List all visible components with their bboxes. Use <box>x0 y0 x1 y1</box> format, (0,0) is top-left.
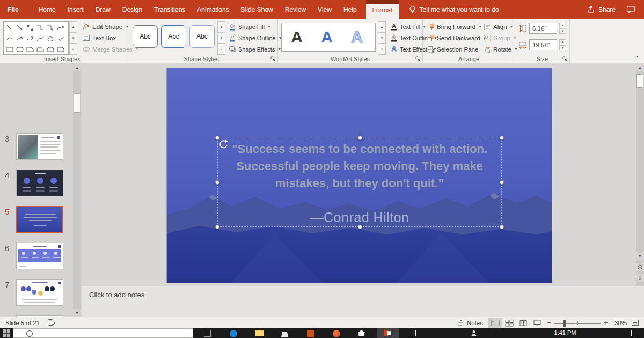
shape-snip-round-icon[interactable] <box>35 44 45 55</box>
tray-people-icon[interactable] <box>471 330 477 336</box>
shape-scribble-icon[interactable] <box>55 33 65 44</box>
tab-help[interactable]: Help <box>338 0 363 19</box>
wordart-preview-2[interactable]: A <box>312 23 342 51</box>
shape-freeform-icon[interactable] <box>45 33 55 44</box>
tab-view[interactable]: View <box>312 0 338 19</box>
resize-handle-top-left[interactable] <box>215 136 219 140</box>
shape-outline-button[interactable]: Shape Outline▼ <box>227 33 284 43</box>
spin-up-icon[interactable]: ▲ <box>559 39 566 45</box>
resize-handle-bottom-left[interactable] <box>215 225 219 229</box>
group-button[interactable]: Group▼ <box>482 33 518 43</box>
shape-height-spinner[interactable]: ▲▼ <box>559 23 566 34</box>
shape-double-arrow-icon[interactable] <box>25 23 35 33</box>
taskbar-clock[interactable]: 1:41 PM <box>550 329 580 336</box>
file-explorer-icon[interactable] <box>255 330 264 336</box>
shape-rounded-rectangle-icon[interactable] <box>14 44 25 55</box>
shape-style-preview-3[interactable]: Abc <box>189 25 215 48</box>
resize-handle-middle-right[interactable] <box>500 180 504 185</box>
shapes-gallery[interactable] <box>3 21 69 55</box>
shape-effects-button[interactable]: Shape Effects▼ <box>227 44 283 54</box>
scroll-up-icon[interactable]: ▲ <box>636 63 644 71</box>
shape-style-preview-1[interactable]: Abc <box>133 25 158 48</box>
thumbnail-scrollbar[interactable]: ▲ ▼ <box>73 63 81 317</box>
shape-snip-both-icon[interactable] <box>45 44 55 55</box>
scroll-up-icon[interactable]: ▲ <box>73 63 81 71</box>
action-center-icon[interactable] <box>631 330 638 336</box>
gallery-up-icon[interactable]: ▲ <box>69 21 77 33</box>
gallery-up-icon[interactable]: ▲ <box>217 21 225 33</box>
shape-curved-arrow-icon[interactable] <box>55 23 65 33</box>
resize-handle-bottom-center[interactable] <box>358 225 362 229</box>
tab-format-active[interactable]: Format <box>366 0 399 19</box>
tab-slide-show[interactable]: Slide Show <box>235 0 279 19</box>
bring-forward-button[interactable]: Bring Forward▼ <box>426 21 484 32</box>
gallery-more-icon[interactable]: ⊽ <box>69 43 77 55</box>
store-bag-icon[interactable] <box>281 330 288 337</box>
shape-style-preview-2[interactable]: Abc <box>161 25 186 48</box>
collapse-ribbon-icon[interactable]: ⌃ <box>635 55 640 61</box>
tab-home[interactable]: Home <box>33 0 62 19</box>
wordart-preview-1[interactable]: A <box>282 23 312 51</box>
shape-arrow-icon[interactable] <box>14 23 25 33</box>
notes-pane[interactable]: Click to add notes <box>82 286 644 317</box>
gallery-down-icon[interactable]: ▼ <box>378 33 386 44</box>
shape-snip-corner-icon[interactable] <box>25 44 35 55</box>
shape-round-corner-icon[interactable] <box>55 44 65 55</box>
spin-down-icon[interactable]: ▼ <box>559 45 566 51</box>
start-button-icon[interactable] <box>3 329 10 337</box>
zoom-in-button[interactable]: + <box>601 319 611 327</box>
slide-4-thumbnail[interactable] <box>16 170 63 196</box>
edit-shape-button[interactable]: Edit Shape▼ <box>80 21 130 32</box>
notes-placeholder[interactable]: Click to add notes <box>89 291 144 299</box>
gallery-more-icon[interactable]: ⊽ <box>217 43 225 55</box>
gallery-down-icon[interactable]: ▼ <box>217 33 225 44</box>
spin-up-icon[interactable]: ▲ <box>559 23 566 28</box>
previous-slide-icon[interactable] <box>636 263 644 271</box>
slide-7-thumbnail[interactable] <box>16 279 63 306</box>
scroll-down-icon[interactable]: ▼ <box>636 252 644 260</box>
next-slide-icon[interactable] <box>636 274 644 282</box>
resize-handle-middle-left[interactable] <box>215 180 219 185</box>
gallery-more-icon[interactable]: ⊽ <box>378 43 386 55</box>
tab-animations[interactable]: Animations <box>191 0 235 19</box>
share-button[interactable]: Share <box>587 5 616 13</box>
text-box-button[interactable]: Text Box <box>80 33 118 43</box>
tell-me-box[interactable]: Tell me what you want to do <box>409 0 499 19</box>
shape-fill-button[interactable]: Shape Fill▼ <box>227 21 273 32</box>
resize-handle-top-center[interactable] <box>358 136 362 140</box>
shape-elbow-arrow-icon[interactable] <box>45 23 55 33</box>
text-fill-button[interactable]: A Text Fill▼ <box>389 21 428 32</box>
rotate-handle-icon[interactable] <box>218 138 230 150</box>
shape-width-field[interactable]: 19.58" <box>529 39 557 50</box>
tab-review[interactable]: Review <box>279 0 312 19</box>
comments-icon[interactable] <box>626 5 635 13</box>
slide-6-thumbnail[interactable] <box>16 243 63 269</box>
shape-width-spinner[interactable]: ▲▼ <box>559 39 566 50</box>
shape-freeform-curve-icon[interactable] <box>35 33 45 44</box>
shape-squiggle-arrow-icon[interactable] <box>25 33 35 44</box>
slide-scrollbar-thumb[interactable] <box>636 74 643 88</box>
slide-5-canvas[interactable]: "Success seems to be connected with acti… <box>167 68 552 283</box>
shape-line-icon[interactable] <box>4 23 14 33</box>
zoom-out-button[interactable]: − <box>544 319 554 327</box>
task-view-icon[interactable] <box>204 330 211 337</box>
taskbar-home-icon[interactable] <box>357 330 365 336</box>
tab-transitions[interactable]: Transitions <box>148 0 191 19</box>
slide-sorter-view-button[interactable] <box>502 318 516 328</box>
selection-pane-button[interactable]: Selection Pane <box>426 44 480 54</box>
slide-5-thumbnail-selected[interactable] <box>16 206 63 233</box>
shape-elbow-connector-icon[interactable] <box>35 23 45 33</box>
tab-design[interactable]: Design <box>116 0 148 19</box>
slide-3-thumbnail[interactable] <box>16 133 63 160</box>
notes-toggle-button[interactable]: Notes <box>452 319 488 326</box>
taskbar-window-icon[interactable] <box>409 330 416 336</box>
tab-draw[interactable]: Draw <box>90 0 116 19</box>
tab-insert[interactable]: Insert <box>62 0 90 19</box>
send-backward-button[interactable]: Send Backward▼ <box>426 33 488 43</box>
normal-view-button[interactable] <box>488 318 502 328</box>
shape-curve-arrow2-icon[interactable] <box>14 33 25 44</box>
spin-down-icon[interactable]: ▼ <box>559 28 566 34</box>
resize-handle-top-right[interactable] <box>500 136 504 140</box>
taskbar-app-icon-orange[interactable] <box>307 330 314 337</box>
zoom-slider-thumb[interactable] <box>564 320 566 327</box>
